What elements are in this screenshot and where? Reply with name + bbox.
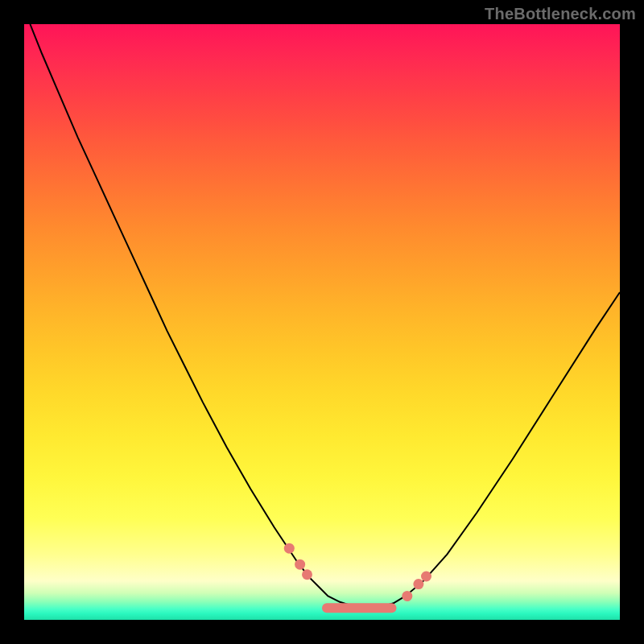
chart-svg	[24, 24, 620, 620]
highlighted-points	[284, 543, 431, 601]
bottleneck-curve	[30, 24, 620, 608]
highlight-dot	[413, 579, 423, 589]
watermark-text: TheBottleneck.com	[485, 5, 636, 23]
highlight-dot	[302, 569, 312, 580]
highlight-dot	[402, 591, 412, 601]
highlight-dot	[295, 559, 305, 570]
flat-bottom-bar	[322, 603, 397, 613]
chart-frame: TheBottleneck.com	[0, 0, 644, 644]
plot-area	[24, 24, 620, 620]
flat-bottom	[322, 603, 397, 613]
highlight-dot	[421, 571, 431, 581]
highlight-dot	[284, 543, 295, 554]
